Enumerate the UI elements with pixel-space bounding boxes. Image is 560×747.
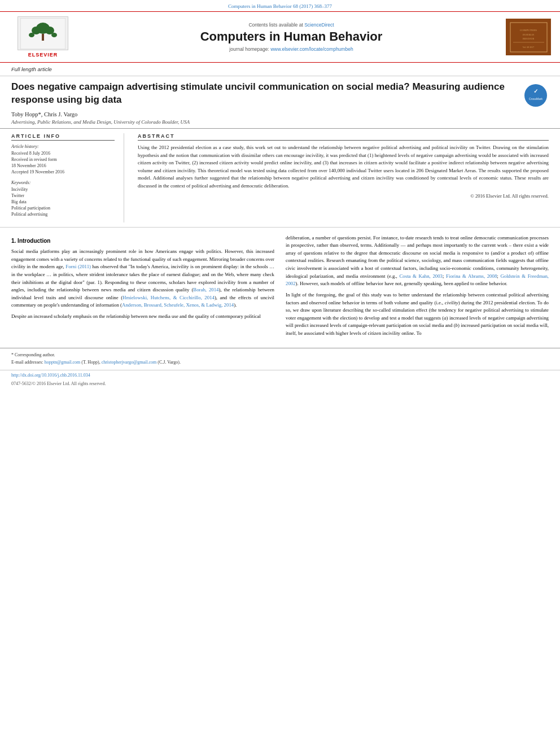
elsevier-brand-text: ELSEVIER [28, 52, 58, 58]
svg-point-5 [29, 33, 34, 37]
intro-para1: Social media platforms play an increasin… [11, 248, 274, 309]
svg-text:COMPUTERS: COMPUTERS [519, 29, 536, 32]
elsevier-logo-image [18, 16, 68, 50]
doi-bar: http://dx.doi.org/10.1016/j.chb.2016.11.… [0, 370, 560, 380]
keyword-incivility: Incivility [11, 186, 115, 193]
keyword-political-participation: Political participation [11, 205, 115, 211]
email1-link[interactable]: hopptn@gmail.com [45, 360, 81, 365]
article-info-abstract-section: ARTICLE INFO Article history: Received 8… [0, 129, 560, 228]
revised-date: 18 November 2016 [11, 163, 115, 169]
keyword-twitter: Twitter [11, 193, 115, 199]
svg-point-14 [524, 84, 547, 107]
abstract-column: ABSTRACT Using the 2012 presidential ele… [135, 133, 549, 222]
svg-text:✓: ✓ [533, 88, 538, 94]
footnote-section: * Corresponding author. E-mail addresses… [0, 348, 560, 370]
intro-para2: Despite an increased scholarly emphasis … [11, 313, 274, 321]
anderson-link[interactable]: Anderson, Brossard, Scheufele, Xenos, & … [122, 302, 234, 308]
article-title-block: Does negative campaign advertising stimu… [0, 76, 560, 129]
article-authors: Toby Hopp*, Chris J. Vargo [11, 111, 518, 117]
accepted-date: Accepted 19 November 2016 [11, 169, 115, 175]
abstract-section-label: ABSTRACT [138, 133, 549, 141]
body-section: 1. Introduction Social media platforms p… [0, 228, 560, 348]
journal-homepage-url[interactable]: www.elsevier.com/locate/comphumbeh [270, 46, 353, 52]
received-date: Received 8 July 2016 [11, 150, 115, 156]
copyright-line: © 2016 Elsevier Ltd. All rights reserved… [138, 193, 549, 199]
issn-bar: 0747-5632/© 2016 Elsevier Ltd. All right… [0, 380, 560, 390]
svg-text:BEHAVIOR: BEHAVIOR [522, 37, 533, 40]
svg-text:CrossMark: CrossMark [529, 97, 543, 101]
article-type: Full length article [0, 63, 560, 76]
keyword-political-advertising: Political advertising [11, 211, 115, 217]
article-history-label: Article history: [11, 144, 115, 149]
forni-link[interactable]: Forni (2011) [65, 264, 91, 269]
issn-text: 0747-5632/© 2016 Elsevier Ltd. All right… [11, 381, 106, 386]
article-history-group: Article history: Received 8 July 2016 Re… [11, 144, 115, 176]
doi-link[interactable]: http://dx.doi.org/10.1016/j.chb.2016.11.… [11, 373, 90, 378]
intro-heading: 1. Introduction [11, 237, 274, 246]
email2-link[interactable]: christopherjvargo@gmail.com [102, 360, 157, 365]
svg-point-6 [51, 33, 57, 37]
svg-text:Vol. 68 2017: Vol. 68 2017 [522, 46, 533, 49]
journal-title: Computers in Human Behavior [82, 29, 500, 44]
journal-homepage-line: journal homepage: www.elsevier.com/locat… [82, 46, 500, 52]
right-para1: deliberation, a number of questions pers… [286, 234, 549, 288]
fiorina-link[interactable]: Fiorina & Abrams, 2008 [446, 273, 497, 279]
costa-link[interactable]: Costa & Kahn, 2003 [399, 273, 443, 279]
journal-reference-bar: Computers in Human Behavior 68 (2017) 36… [0, 0, 560, 11]
article-title-text-block: Does negative campaign advertising stimu… [11, 81, 523, 125]
received-revised-label: Received in revised form [11, 156, 115, 163]
article-info-column: ARTICLE INFO Article history: Received 8… [11, 133, 124, 222]
svg-text:IN HUMAN: IN HUMAN [522, 33, 533, 36]
journal-center-info: Contents lists available at ScienceDirec… [77, 22, 506, 52]
corresponding-author-note: * Corresponding author. [11, 352, 549, 358]
journal-reference: Computers in Human Behavior 68 (2017) 36… [228, 3, 332, 9]
email-addresses-line: E-mail addresses: hopptn@gmail.com (T. H… [11, 359, 549, 365]
elsevier-logo-block: ELSEVIER [9, 16, 77, 58]
contents-available-line: Contents lists available at ScienceDirec… [82, 22, 500, 28]
page-wrapper: Computers in Human Behavior 68 (2017) 36… [0, 0, 560, 390]
keywords-group: Keywords: Incivility Twitter Big data Po… [11, 180, 115, 218]
borah-link[interactable]: Borah, 2014 [193, 287, 218, 292]
right-para2: In light of the foregoing, the goal of t… [286, 291, 549, 338]
crossmark-logo[interactable]: ✓ CrossMark [523, 83, 549, 108]
sciencedirect-link[interactable]: ScienceDirect [304, 22, 334, 28]
body-left-column: 1. Introduction Social media platforms p… [11, 234, 274, 341]
keywords-label: Keywords: [11, 180, 115, 185]
keyword-bigdata: Big data [11, 199, 115, 205]
article-info-section-label: ARTICLE INFO [11, 133, 115, 141]
journal-right-decorative-logo: COMPUTERS IN HUMAN BEHAVIOR Vol. 68 2017 [506, 19, 551, 55]
article-main-title: Does negative campaign advertising stimu… [11, 81, 518, 107]
journal-header: ELSEVIER Contents lists available at Sci… [0, 11, 560, 63]
body-right-column: deliberation, a number of questions pers… [286, 234, 549, 341]
svg-rect-4 [42, 34, 44, 41]
abstract-text: Using the 2012 presidential election as … [138, 144, 549, 190]
hmielowski-link[interactable]: Hmielowski, Hutchens, & Cicchirillo, 201… [123, 295, 215, 300]
article-affiliation: Advertising, Public Relations, and Media… [11, 119, 518, 125]
